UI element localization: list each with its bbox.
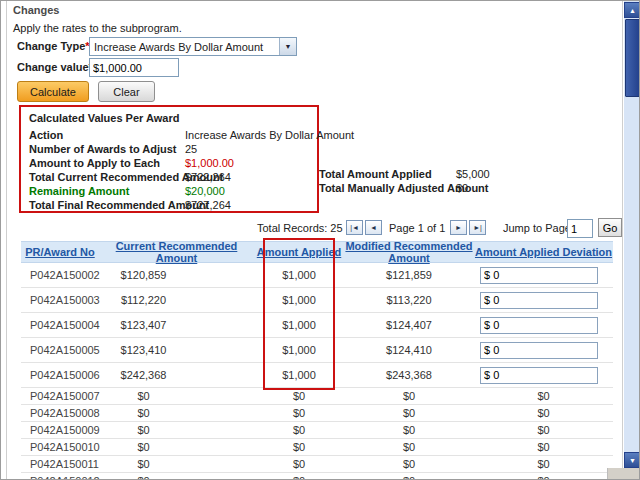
first-page-button[interactable]: |◄: [346, 220, 363, 235]
current-amount-cell: $0: [99, 458, 254, 470]
award-no-cell: P042A150011: [21, 458, 99, 470]
change-type-selected-value: Increase Awards By Dollar Amount: [90, 41, 279, 53]
deviation-input[interactable]: [480, 292, 598, 309]
modified-amount-cell: $0: [344, 458, 474, 470]
summary-label: Remaining Amount: [29, 185, 185, 197]
change-type-select[interactable]: Increase Awards By Dollar Amount ▼: [89, 37, 297, 56]
summary-total-row: Total Manually Adjusted Amount$0: [319, 181, 624, 195]
amount-applied-cell: $1,000: [254, 344, 344, 356]
column-header-modified-recommended-amount[interactable]: Modified Recommended Amount: [344, 240, 474, 264]
summary-value: Increase Awards By Dollar Amount: [185, 129, 354, 141]
deviation-input[interactable]: [480, 267, 598, 284]
jump-to-page-input[interactable]: [567, 219, 593, 238]
deviation-cell: [474, 367, 613, 384]
deviation-cell: $0: [474, 441, 613, 453]
prev-page-button[interactable]: ◄: [365, 220, 382, 235]
current-amount-cell: $112,220: [99, 294, 254, 306]
summary-row: Total Final Recommended Amount$727,264: [29, 198, 317, 212]
summary-row: ActionIncrease Awards By Dollar Amount: [29, 128, 317, 142]
change-value-label-text: Change value: [17, 61, 89, 73]
column-header-amount-applied[interactable]: Amount Applied: [254, 246, 344, 258]
awards-table: PR/Award No Current Recommended Amount A…: [21, 241, 613, 480]
column-header-current-recommended-amount[interactable]: Current Recommended Amount: [99, 240, 254, 264]
award-no-cell: P042A150010: [21, 441, 99, 453]
scrollbar-corner-left: [607, 468, 624, 480]
chevron-down-icon[interactable]: ▼: [279, 38, 296, 55]
deviation-input[interactable]: [480, 342, 598, 359]
modified-amount-cell: $113,220: [344, 294, 474, 306]
table-header-row: PR/Award No Current Recommended Amount A…: [21, 241, 613, 263]
current-amount-cell: $123,407: [99, 319, 254, 331]
summary-value: $1,000.00: [185, 157, 234, 169]
column-header-amount-applied-deviation[interactable]: Amount Applied Deviation: [474, 246, 613, 258]
current-amount-cell: $123,410: [99, 344, 254, 356]
column-header-pr-award-no[interactable]: PR/Award No: [21, 246, 99, 258]
deviation-cell: [474, 342, 613, 359]
modified-amount-cell: $0: [344, 424, 474, 436]
scrollbar-thumb[interactable]: [625, 19, 640, 97]
award-no-cell: P042A150002: [21, 269, 99, 281]
summary-total-value: $5,000: [456, 168, 490, 180]
current-amount-cell: $242,368: [99, 369, 254, 381]
award-no-cell: P042A150004: [21, 319, 99, 331]
award-no-cell: P042A150003: [21, 294, 99, 306]
scroll-up-icon[interactable]: ▲: [624, 2, 640, 18]
amount-applied-cell: $1,000: [254, 319, 344, 331]
deviation-cell: $0: [474, 424, 613, 436]
change-value-input[interactable]: [89, 58, 179, 77]
calculate-button[interactable]: Calculate: [17, 81, 89, 102]
next-page-button[interactable]: ►: [450, 220, 467, 235]
amount-applied-cell: $0: [254, 407, 344, 419]
scroll-down-glyph: ▼: [629, 457, 636, 464]
table-row: P042A150007$0$0$0$0: [21, 388, 613, 405]
jump-to-page-label: Jump to Page: [503, 222, 571, 234]
summary-row: Total Current Recommended Amount$722,264: [29, 170, 317, 184]
summary-row: Number of Awards to Adjust25: [29, 142, 317, 156]
deviation-input[interactable]: [480, 367, 598, 384]
table-row: P042A150010$0$0$0$0: [21, 439, 613, 456]
content-right-border: [622, 1, 623, 480]
deviation-cell: [474, 317, 613, 334]
deviation-cell: $0: [474, 475, 613, 480]
summary-value: $20,000: [185, 185, 225, 197]
content-left-border: [6, 1, 7, 480]
current-amount-cell: $0: [99, 475, 254, 480]
go-button[interactable]: Go: [598, 218, 622, 237]
modified-amount-cell: $243,368: [344, 369, 474, 381]
modified-amount-cell: $0: [344, 441, 474, 453]
page-subtitle: Apply the rates to the subprogram.: [13, 22, 182, 34]
table-row: P042A150012$0$0$0$0: [21, 473, 613, 480]
amount-applied-cell: $0: [254, 475, 344, 480]
deviation-input[interactable]: [480, 317, 598, 334]
summary-label: Total Current Recommended Amount: [29, 171, 185, 183]
summary-totals: Total Amount Applied$5,000Total Manually…: [319, 167, 624, 195]
vertical-scrollbar[interactable]: ▲ ▼: [624, 1, 640, 480]
calculated-values-panel: Calculated Values Per Award ActionIncrea…: [19, 105, 319, 213]
table-row: P042A150006$242,368$1,000$243,368: [21, 363, 613, 388]
change-value-label: Change value*: [17, 61, 93, 73]
amount-applied-cell: $0: [254, 424, 344, 436]
summary-title: Calculated Values Per Award: [29, 112, 317, 128]
table-row: P042A150009$0$0$0$0: [21, 422, 613, 439]
deviation-cell: [474, 267, 613, 284]
award-no-cell: P042A150005: [21, 344, 99, 356]
chevron-down-glyph: ▼: [285, 43, 292, 50]
amount-applied-cell: $0: [254, 390, 344, 402]
modified-amount-cell: $0: [344, 407, 474, 419]
table-row: P042A150003$112,220$1,000$113,220: [21, 288, 613, 313]
deviation-cell: [474, 292, 613, 309]
modified-amount-cell: $124,407: [344, 319, 474, 331]
table-row: P042A150002$120,859$1,000$121,859: [21, 263, 613, 288]
last-page-button[interactable]: ►|: [469, 220, 486, 235]
total-records-label: Total Records: 25: [257, 222, 343, 234]
current-amount-cell: $120,859: [99, 269, 254, 281]
clear-button[interactable]: Clear: [98, 81, 155, 102]
modified-amount-cell: $121,859: [344, 269, 474, 281]
summary-total-row: Total Amount Applied$5,000: [319, 167, 624, 181]
summary-rows: ActionIncrease Awards By Dollar AmountNu…: [29, 128, 317, 212]
scroll-down-icon[interactable]: ▼: [624, 452, 640, 468]
current-amount-cell: $0: [99, 390, 254, 402]
summary-value: $727,264: [185, 199, 231, 211]
award-no-cell: P042A150009: [21, 424, 99, 436]
table-body: P042A150002$120,859$1,000$121,859P042A15…: [21, 263, 613, 480]
